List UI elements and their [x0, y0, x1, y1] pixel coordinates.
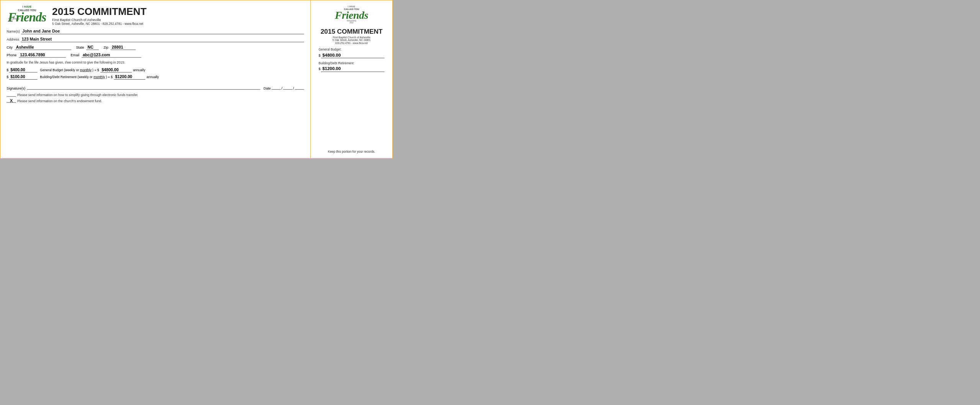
monthly-word-1: monthly — [80, 68, 92, 72]
header: I HAVE CALLED YOU Friends Stewardship 20… — [7, 5, 304, 26]
email-label: Email — [70, 53, 79, 57]
zip-label: Zip — [103, 45, 108, 49]
building-debt-row: $ $100.00 Building/Debt Retirement (week… — [7, 74, 304, 80]
annual-amount-2: $1200.00 — [114, 74, 145, 80]
phone-label: Phone — [7, 53, 16, 57]
address-label: Address — [7, 38, 19, 42]
commitment-text: In gratitude for the life Jesus has give… — [7, 61, 304, 65]
right-building-debt-amount: $1200.00 — [321, 66, 385, 72]
city-label: City — [7, 45, 13, 49]
right-budget-section: General Budget: $ $4800.00 Building/Debt… — [315, 48, 388, 75]
i-have-text: I HAVE — [22, 5, 31, 8]
dollar-1: $ — [7, 68, 8, 72]
dollar-2: $ — [7, 75, 8, 79]
right-friends-logo: Friends — [335, 11, 368, 20]
date-year — [295, 89, 304, 90]
general-budget-desc: General Budget (weekly or monthly ) = $ — [40, 68, 99, 72]
annually-1: annually — [133, 68, 145, 72]
general-budget-row: $ $400.00 General Budget (weekly or mont… — [7, 67, 304, 73]
right-logo-area: I HAVE CALLED YOU Friends Stewardship 20… — [335, 5, 368, 24]
form-section: Name(s) John and Jane Doe Address 123 Ma… — [7, 29, 304, 154]
weekly-amount-1: $400.00 — [9, 67, 38, 73]
signature-section: Signature(s) Date / / Please — [7, 85, 304, 105]
church-name: First Baptist Church of Asheville — [52, 18, 146, 22]
commitment-title: 2015 COMMITMENT — [52, 7, 146, 16]
date-day — [283, 89, 293, 90]
city-value: Asheville — [15, 45, 71, 50]
monthly-word-2: monthly — [93, 75, 105, 78]
right-building-debt-label: Building/Debt Retirement: — [318, 61, 384, 65]
name-value: John and Jane Doe — [21, 29, 304, 34]
annually-2: annually — [147, 75, 159, 79]
right-general-budget-label: General Budget: — [318, 48, 384, 51]
right-church-contact: 828.252.4781 - www.fbca.net — [335, 42, 368, 44]
right-general-budget-row: $ $4800.00 — [318, 52, 384, 58]
right-church-name: First Baptist Church of Asheville — [333, 36, 370, 39]
weekly-amount-2: $100.00 — [9, 74, 38, 80]
left-form-section: I HAVE CALLED YOU Friends Stewardship 20… — [0, 0, 311, 158]
eft-text: Please send information on how to simpli… — [17, 93, 138, 97]
state-label: State — [76, 45, 84, 49]
right-dollar-2: $ — [318, 67, 320, 71]
right-church-address: 5 Oak Street, Asheville, NC 28801 — [333, 39, 371, 42]
city-state-zip-row: City Asheville State NC Zip 28801 — [7, 45, 304, 50]
eft-row: Please send information on how to simpli… — [7, 93, 304, 97]
right-commitment-title: 2015 COMMITMENT — [321, 28, 383, 35]
logo-area: I HAVE CALLED YOU Friends Stewardship 20… — [7, 5, 48, 23]
address-row: Address 123 Main Street — [7, 37, 304, 42]
right-footer: Keep this portion for your records. — [328, 150, 375, 154]
church-address: 5 Oak Street, Asheville, NC 28801 - 828.… — [52, 22, 146, 25]
email-value: abc@123.com — [82, 52, 141, 58]
endowment-checkbox: X — [7, 99, 16, 103]
right-building-debt-row: $ $1200.00 — [318, 66, 384, 72]
signature-label: Signature(s) — [7, 87, 25, 91]
date-label: Date — [264, 87, 271, 91]
right-stewardship: Stewardship 2015 — [347, 20, 356, 24]
address-value: 123 Main Street — [21, 37, 304, 42]
phone-email-row: Phone 123.456.7890 Email abc@123.com — [7, 52, 304, 58]
endowment-row: X Please send information on the church'… — [7, 99, 304, 103]
right-stub-section: I HAVE CALLED YOU Friends Stewardship 20… — [311, 0, 392, 158]
right-general-budget-amount: $4800.00 — [321, 52, 385, 58]
date-month — [271, 89, 281, 90]
x-mark: X — [10, 98, 13, 103]
eft-checkbox — [7, 93, 16, 97]
right-dollar-1: $ — [318, 53, 320, 57]
stewardship-badge: Stewardship 2015 — [8, 18, 19, 23]
endowment-text: Please send information on the church's … — [17, 99, 102, 103]
annual-amount-1: $4800.00 — [100, 67, 132, 73]
name-row: Name(s) John and Jane Doe — [7, 29, 304, 34]
signature-row: Signature(s) Date / / — [7, 85, 304, 91]
name-label: Name(s) — [7, 29, 20, 34]
header-info: 2015 COMMITMENT First Baptist Church of … — [52, 5, 146, 26]
phone-value: 123.456.7890 — [19, 52, 66, 58]
state-value: NC — [86, 45, 99, 50]
zip-value: 28801 — [111, 45, 136, 50]
building-debt-desc: Building/Debt Retirement (weekly or mont… — [40, 75, 113, 79]
signature-line — [27, 85, 261, 90]
